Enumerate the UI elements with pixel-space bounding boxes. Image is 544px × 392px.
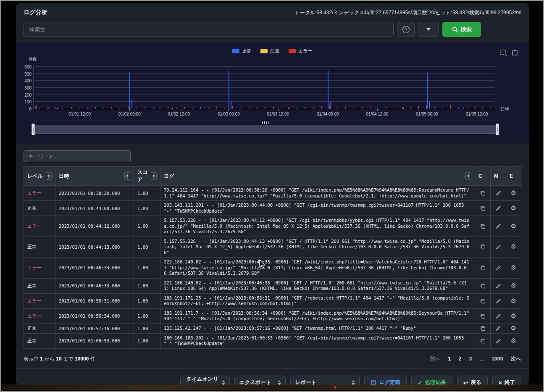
range-slider-left-handle[interactable] xyxy=(32,124,35,135)
table-row[interactable]: エラー2023/01/01 00:56:31.0001.00185.191.17… xyxy=(24,293,521,308)
action-cell: ⚙ xyxy=(506,324,521,333)
table-row[interactable]: 正常2023/01/01 00:44:00.0001.00203.143.111… xyxy=(24,201,521,216)
level-cell: エラー xyxy=(24,186,55,201)
page-button-1000[interactable]: 1000 xyxy=(491,356,503,362)
copy-button[interactable] xyxy=(475,281,490,290)
edit-button[interactable] xyxy=(491,281,506,290)
search-options-dropdown[interactable] xyxy=(418,22,439,37)
chart-bar xyxy=(410,108,411,109)
legend-item[interactable]: エラー xyxy=(289,48,313,54)
legend-item[interactable]: 正常 xyxy=(232,48,251,54)
copy-button[interactable] xyxy=(475,336,490,345)
log-definition-button[interactable]: ログ定義 xyxy=(364,376,407,385)
close-button[interactable]: × 終了 xyxy=(492,376,521,385)
keyword-filter-input[interactable] xyxy=(24,150,131,162)
legend-item[interactable]: 注意 xyxy=(260,48,279,54)
table-row[interactable]: エラー2023/01/01 00:56:34.0001.00185.191.17… xyxy=(24,308,521,324)
range-slider-right-handle[interactable] xyxy=(496,124,499,135)
table-row[interactable]: エラー2023/01/01 00:38:20.0001.0079.24.112.… xyxy=(24,186,521,201)
page-button-...[interactable]: ... xyxy=(479,356,484,362)
time-cell: 2023/01/01 00:44:13.000 xyxy=(55,237,134,258)
page-title: ログ分析 xyxy=(24,9,47,16)
table-row[interactable]: エラー2023/01/01 00:44:12.0001.005.157.55.2… xyxy=(24,216,521,237)
edit-button[interactable] xyxy=(491,296,506,305)
sort-level-button[interactable] xyxy=(46,172,52,180)
datazoom-select-icon[interactable] xyxy=(499,49,507,56)
copy-icon xyxy=(480,190,486,196)
copy-button[interactable] xyxy=(475,296,490,305)
copy-icon xyxy=(480,205,486,211)
report-select[interactable]: レポート xyxy=(290,376,360,385)
back-button[interactable]: ↩ 戻る xyxy=(457,376,488,385)
chart-bar xyxy=(328,71,329,109)
action-cell xyxy=(491,237,506,258)
copy-button[interactable] xyxy=(475,221,490,231)
copy-button[interactable] xyxy=(475,242,490,252)
page-button-1[interactable]: 1 xyxy=(448,356,451,362)
process-result-button[interactable]: ✓ 処理結果 xyxy=(411,376,452,385)
sort-time-button[interactable] xyxy=(124,172,130,180)
settings-button[interactable]: ⚙ xyxy=(506,221,521,231)
action-cell xyxy=(475,216,491,237)
settings-button[interactable]: ⚙ xyxy=(506,281,521,290)
chart-bar xyxy=(394,108,394,109)
edit-button[interactable] xyxy=(491,221,506,231)
chart-bar xyxy=(353,108,354,109)
edit-button[interactable] xyxy=(491,263,506,272)
copy-button[interactable] xyxy=(475,311,490,321)
chart-bar xyxy=(131,100,132,109)
search-button[interactable]: 検索 xyxy=(442,22,481,37)
wallpaper-light xyxy=(334,386,336,389)
copy-button[interactable] xyxy=(475,324,490,333)
settings-button[interactable]: ⚙ xyxy=(506,296,521,305)
settings-button[interactable]: ⚙ xyxy=(506,324,521,333)
page-next-button[interactable]: 次へ xyxy=(511,355,521,363)
chart-range-slider[interactable] xyxy=(33,125,498,134)
table-row[interactable]: 正常2023/01/01 01:00:53.0001.00180.166.183… xyxy=(24,333,521,348)
range-slider-move-handle[interactable] xyxy=(262,121,269,124)
edit-button[interactable] xyxy=(491,324,506,333)
edit-button[interactable] xyxy=(491,336,506,345)
search-input[interactable] xyxy=(24,22,394,37)
check-icon: ✓ xyxy=(418,380,423,385)
y-tick-label: 500 xyxy=(17,72,32,76)
edit-button[interactable] xyxy=(491,204,506,213)
export-select[interactable]: エクスポート xyxy=(234,376,286,385)
page-button-2[interactable]: 2 xyxy=(459,356,462,362)
log-table-body: エラー2023/01/01 00:38:20.0001.0079.24.112.… xyxy=(24,186,521,349)
settings-button[interactable]: ⚙ xyxy=(506,242,521,252)
sort-log-button[interactable] xyxy=(465,172,471,180)
copy-button[interactable] xyxy=(475,189,490,198)
copy-button[interactable] xyxy=(475,263,490,272)
table-row[interactable]: エラー2023/01/01 00:46:33.0001.00222.180.24… xyxy=(24,258,521,279)
help-button[interactable]: ? xyxy=(397,22,415,37)
edit-button[interactable] xyxy=(491,311,506,321)
copy-button[interactable] xyxy=(475,204,490,213)
time-format-select[interactable]: タイムオンリー xyxy=(180,376,230,385)
chart-bar xyxy=(128,106,129,109)
time-cell: 2023/01/01 00:56:31.000 xyxy=(55,293,134,308)
table-row[interactable]: 正常2023/01/01 00:46:33.0001.00222.180.240… xyxy=(24,278,521,293)
page-button-3[interactable]: 3 xyxy=(469,356,472,362)
sort-score-button[interactable] xyxy=(151,172,157,180)
time-format-select-label: タイムオンリー xyxy=(185,376,219,385)
action-cell xyxy=(475,201,491,216)
edit-button[interactable] xyxy=(491,189,506,198)
zoom-reset-icon[interactable] xyxy=(511,49,519,56)
settings-button[interactable]: ⚙ xyxy=(506,263,521,272)
gear-icon: ⚙ xyxy=(511,265,516,271)
settings-button[interactable]: ⚙ xyxy=(506,311,521,321)
chart-bar xyxy=(273,107,274,109)
edit-icon xyxy=(495,325,502,331)
chart-bar xyxy=(345,107,346,109)
table-row[interactable]: 正常2023/01/01 00:57:16.0001.00133.125.42.… xyxy=(24,324,521,333)
table-row[interactable]: 正常2023/01/01 00:44:13.0001.005.157.55.22… xyxy=(24,237,521,258)
settings-button[interactable]: ⚙ xyxy=(506,189,521,198)
action-cell xyxy=(491,186,506,201)
legend-swatch xyxy=(260,49,268,53)
settings-button[interactable]: ⚙ xyxy=(506,204,521,213)
edit-button[interactable] xyxy=(491,242,506,252)
copy-icon xyxy=(480,283,486,289)
settings-button[interactable]: ⚙ xyxy=(506,336,521,345)
chart-bar xyxy=(35,106,36,109)
